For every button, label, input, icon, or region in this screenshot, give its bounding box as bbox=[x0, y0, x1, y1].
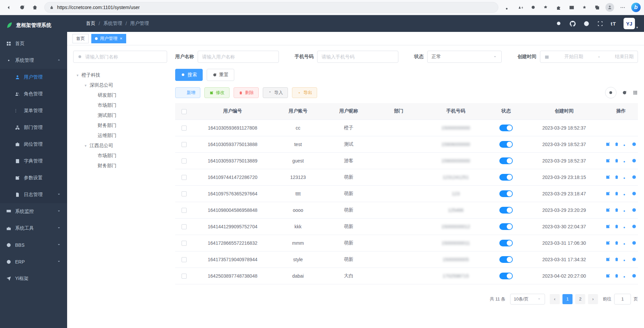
sidebar-item-system[interactable]: 系统管理 bbox=[0, 52, 67, 69]
status-toggle[interactable] bbox=[499, 240, 513, 246]
reset-password-button[interactable] bbox=[623, 207, 628, 213]
assign-role-button[interactable] bbox=[632, 142, 637, 147]
reset-password-button[interactable] bbox=[623, 224, 628, 229]
navbar-search-button[interactable] bbox=[556, 20, 562, 27]
address-bar[interactable]: https://ccnetcore.com:1101/system/user bbox=[44, 2, 498, 13]
username-field[interactable] bbox=[202, 54, 275, 59]
row-checkbox[interactable] bbox=[182, 241, 187, 246]
breadcrumb-item[interactable]: 系统管理 bbox=[103, 20, 122, 27]
tree-node[interactable]: ▾ 江西总公司 bbox=[73, 141, 167, 151]
reset-password-button[interactable] bbox=[623, 191, 628, 196]
tree-expand-icon[interactable]: ▾ bbox=[83, 144, 88, 148]
browser-key-button[interactable] bbox=[502, 2, 514, 13]
edit-row-button[interactable] bbox=[605, 191, 610, 196]
reset-password-button[interactable] bbox=[623, 273, 628, 278]
edit-row-button[interactable] bbox=[605, 175, 610, 180]
status-toggle[interactable] bbox=[499, 125, 513, 131]
modify-button[interactable]: 修改 bbox=[204, 87, 230, 98]
sidebar-item-config[interactable]: 参数设置 bbox=[0, 170, 67, 186]
row-checkbox[interactable] bbox=[182, 158, 187, 163]
tree-node[interactable]: 市场部门 bbox=[73, 151, 167, 161]
delete-row-button[interactable] bbox=[614, 240, 619, 245]
select-all-checkbox[interactable] bbox=[182, 109, 187, 114]
browser-back-button[interactable] bbox=[3, 2, 15, 13]
reset-button[interactable]: 重置 bbox=[207, 69, 234, 81]
tree-expand-icon[interactable]: ▾ bbox=[75, 73, 80, 78]
reset-password-button[interactable] bbox=[623, 142, 628, 147]
browser-more-button[interactable] bbox=[616, 2, 629, 13]
delete-row-button[interactable] bbox=[614, 224, 619, 229]
phone-field[interactable] bbox=[321, 54, 394, 59]
assign-role-button[interactable] bbox=[632, 175, 637, 180]
sidebar-item-dict[interactable]: 字典管理 bbox=[0, 153, 67, 170]
font-size-button[interactable]: tT bbox=[611, 21, 616, 27]
sidebar-item-monitor[interactable]: 系统监控 bbox=[0, 203, 67, 220]
status-toggle[interactable] bbox=[499, 174, 513, 181]
assign-role-button[interactable] bbox=[632, 240, 637, 245]
status-toggle[interactable] bbox=[499, 190, 513, 197]
navbar-github-button[interactable] bbox=[569, 20, 576, 27]
sidebar-item-bbs[interactable]: BBS bbox=[0, 237, 67, 253]
row-checkbox[interactable] bbox=[182, 274, 187, 279]
row-checkbox[interactable] bbox=[182, 142, 187, 147]
sidebar-item-tools[interactable]: 系统工具 bbox=[0, 220, 67, 237]
delete-row-button[interactable] bbox=[614, 273, 619, 278]
browser-read-aloud-button[interactable] bbox=[514, 2, 527, 13]
tree-node[interactable]: 运维部门 bbox=[73, 131, 167, 141]
page-button-1[interactable]: 1 bbox=[562, 294, 573, 304]
username-input[interactable] bbox=[198, 51, 279, 63]
status-toggle[interactable] bbox=[499, 223, 513, 230]
status-toggle[interactable] bbox=[499, 157, 513, 164]
phone-input[interactable] bbox=[317, 51, 398, 63]
bing-icon[interactable]: b bbox=[631, 3, 641, 12]
sidebar-item-user[interactable]: 用户管理 bbox=[0, 69, 67, 86]
edit-row-button[interactable] bbox=[605, 142, 610, 147]
edit-row-button[interactable] bbox=[605, 224, 610, 229]
sidebar-item-menu[interactable]: 菜单管理 bbox=[0, 102, 67, 119]
sidebar-item-erp[interactable]: ERP bbox=[0, 253, 67, 270]
reset-password-button[interactable] bbox=[623, 158, 628, 163]
status-toggle[interactable] bbox=[499, 273, 513, 279]
delete-button[interactable]: 删除 bbox=[234, 87, 259, 98]
delete-row-button[interactable] bbox=[614, 175, 619, 180]
add-button[interactable]: 新增 bbox=[175, 87, 200, 98]
row-checkbox[interactable] bbox=[182, 175, 187, 180]
edit-row-button[interactable] bbox=[605, 158, 610, 163]
toggle-search-button[interactable] bbox=[605, 87, 616, 98]
reset-password-button[interactable] bbox=[623, 257, 628, 262]
user-avatar[interactable]: YJ ▾ bbox=[624, 18, 638, 29]
dept-search-input[interactable] bbox=[73, 51, 167, 63]
tree-node[interactable]: 财务部门 bbox=[73, 121, 167, 131]
assign-role-button[interactable] bbox=[632, 224, 637, 229]
search-button[interactable]: 搜索 bbox=[175, 69, 203, 81]
browser-favorites-bar-button[interactable] bbox=[578, 2, 590, 13]
prev-page-button[interactable]: ‹ bbox=[550, 294, 560, 304]
assign-role-button[interactable] bbox=[632, 273, 637, 278]
export-button[interactable]: 导出 bbox=[292, 87, 317, 98]
goto-page-input[interactable] bbox=[614, 294, 631, 304]
sidebar-item-role[interactable]: 角色管理 bbox=[0, 86, 67, 102]
browser-home-button[interactable] bbox=[29, 2, 41, 13]
sidebar-item-home[interactable]: 首页 bbox=[0, 35, 67, 52]
sidebar-item-yi-framework[interactable]: Yi框架 bbox=[0, 270, 67, 287]
browser-profile-button[interactable] bbox=[604, 2, 616, 13]
row-checkbox[interactable] bbox=[182, 224, 187, 229]
delete-row-button[interactable] bbox=[614, 158, 619, 163]
assign-role-button[interactable] bbox=[632, 257, 637, 262]
row-checkbox[interactable] bbox=[182, 257, 187, 262]
delete-row-button[interactable] bbox=[614, 142, 619, 147]
delete-row-button[interactable] bbox=[614, 257, 619, 262]
edit-row-button[interactable] bbox=[605, 240, 610, 245]
tab-user-management[interactable]: 用户管理 × bbox=[91, 34, 126, 43]
page-size-select[interactable]: 10条/页 bbox=[510, 294, 545, 304]
tree-node[interactable]: ▾ 橙子科技 bbox=[73, 70, 167, 80]
reset-password-button[interactable] bbox=[623, 175, 628, 180]
delete-row-button[interactable] bbox=[614, 207, 619, 213]
reset-password-button[interactable] bbox=[623, 240, 628, 245]
status-toggle[interactable] bbox=[499, 207, 513, 214]
sidebar-item-dept[interactable]: 部门管理 bbox=[0, 119, 67, 136]
status-toggle[interactable] bbox=[499, 141, 513, 148]
date-range-picker[interactable]: 开始日期 - 结束日期 bbox=[540, 51, 638, 63]
next-page-button[interactable]: › bbox=[588, 294, 598, 304]
status-toggle[interactable] bbox=[499, 256, 513, 263]
